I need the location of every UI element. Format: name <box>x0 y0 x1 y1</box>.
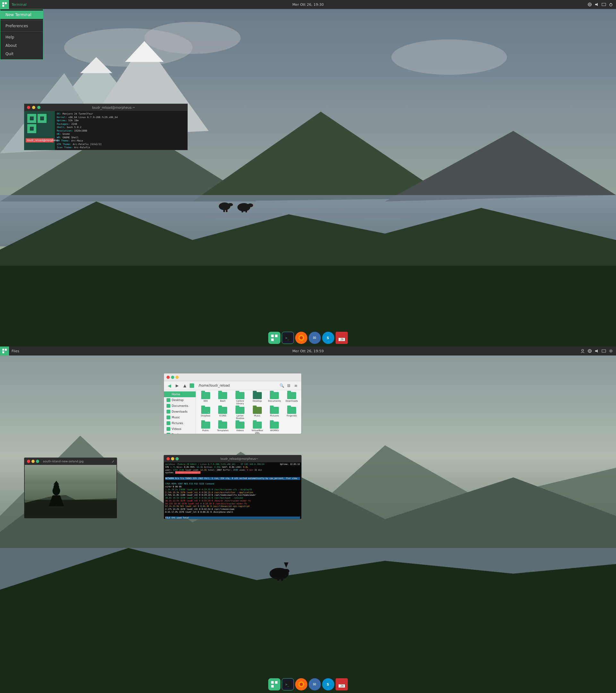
taskbar-bottom-left: Files <box>0 346 22 355</box>
svg-text:>_: >_ <box>285 336 290 340</box>
iv-min-btn[interactable] <box>32 460 35 463</box>
fm-file-public[interactable]: Public <box>197 421 214 434</box>
fm-file-videos[interactable]: Videos <box>232 421 248 434</box>
fm-sidebar-music[interactable]: Music <box>164 415 196 420</box>
svg-point-46 <box>300 336 303 339</box>
htop-max-btn[interactable] <box>176 457 179 460</box>
fm-body: Home Desktop Documents Downloads <box>164 390 301 434</box>
fm-file-vbox[interactable]: VirtualBoxVMs <box>249 421 266 434</box>
htop-body[interactable]: morpheus (Fedora 29 64bit / Linux 6.7.9-… <box>164 462 301 519</box>
fm-file-templates[interactable]: Templates <box>215 421 231 434</box>
taskbar-app-name-bottom[interactable]: Files <box>9 349 22 353</box>
dock-bottom-skype[interactable]: S <box>322 678 334 690</box>
terminal-close-btn[interactable] <box>27 106 30 109</box>
dock-bottom-thunderbird[interactable]: ✉ <box>309 678 321 690</box>
fm-sidebar-downloads[interactable]: Downloads <box>164 409 196 415</box>
fm-sidebar-videos[interactable]: Videos <box>164 426 196 432</box>
svg-text:26: 26 <box>340 338 344 341</box>
fm-sidebar-documents[interactable]: Documents <box>164 403 196 409</box>
dock-bottom-terminal[interactable]: >_ <box>282 678 294 690</box>
svg-rect-98 <box>338 683 345 684</box>
fm-file-fingendo[interactable]: Fingendo <box>283 406 300 420</box>
fm-search-btn[interactable]: 🔍 <box>279 383 284 389</box>
power-icon[interactable] <box>608 2 613 7</box>
iv-body <box>24 465 117 518</box>
fm-file-000[interactable]: 000 <box>197 391 214 405</box>
menu-about[interactable]: About <box>0 41 43 50</box>
svg-rect-26 <box>223 206 225 212</box>
fm-file-bash[interactable]: Bash <box>215 391 231 405</box>
iv-max-btn[interactable] <box>36 460 39 463</box>
sound-icon-bottom[interactable] <box>594 349 599 354</box>
terminal-content[interactable]: OS: Manjaro 24 TunnelFour Kernel: x86_64… <box>55 111 187 150</box>
fm-documents-icon <box>166 404 171 408</box>
top-desktop: Terminal Mer Ott 26, 19:30 New Terminal … <box>0 0 616 346</box>
taskbar-app-name[interactable]: Terminal <box>9 3 29 7</box>
manjaro-taskbar-icon[interactable] <box>0 0 9 9</box>
dock-firefox[interactable] <box>295 332 307 344</box>
dock-bottom-calendar[interactable]: 26 <box>336 678 348 690</box>
fm-sidebar-pictures[interactable]: Pictures <box>164 420 196 426</box>
fm-max-btn[interactable] <box>176 376 179 379</box>
menu-new-terminal[interactable]: New Terminal <box>0 11 43 19</box>
fm-file-downloads[interactable]: Downloads <box>283 391 300 405</box>
htop-min-btn[interactable] <box>171 457 174 460</box>
fm-close-btn[interactable] <box>166 376 170 379</box>
fm-grid-btn[interactable]: ⊞ <box>286 383 292 389</box>
fm-back-btn[interactable]: ◀ <box>166 383 172 389</box>
taskbar-bottom: Files Mer Ott 26, 19:59 <box>0 346 616 355</box>
desktop-background-bottom: ◀ ▶ ▲ /home/loudr_reload 🔍 ⊞ ≡ Home <box>0 355 616 693</box>
svg-rect-86 <box>275 681 278 684</box>
svg-rect-40 <box>271 335 274 337</box>
fm-file-calibre[interactable]: CalibreLibrary <box>232 391 248 405</box>
fm-sidebar-trash[interactable]: Trash <box>164 432 196 434</box>
fm-sidebar-home[interactable]: Home <box>164 391 196 397</box>
dock-calendar[interactable]: 26 <box>336 332 348 344</box>
fm-up-btn[interactable]: ▲ <box>182 383 188 389</box>
dock-bottom-firefox[interactable] <box>295 678 307 690</box>
dock-manjaro[interactable] <box>268 332 280 344</box>
svg-rect-53 <box>338 336 345 338</box>
fm-sidebar: Home Desktop Documents Downloads <box>164 390 196 434</box>
fm-file-dropbox[interactable]: ✓Dropbox <box>197 406 214 420</box>
dock-terminal[interactable]: >_ <box>282 332 294 344</box>
fm-min-btn[interactable] <box>171 376 174 379</box>
fm-file-works[interactable]: WORKS <box>266 421 283 434</box>
fm-forward-btn[interactable]: ▶ <box>174 383 180 389</box>
fm-file-music[interactable]: Music <box>249 406 266 420</box>
terminal-body: loudr_reload@morpheus OS: Manjaro 24 Tun… <box>24 111 187 150</box>
menu-help[interactable]: Help <box>0 33 43 41</box>
dock-bottom-manjaro[interactable] <box>268 678 280 690</box>
bottom-desktop: Files Mer Ott 26, 19:59 <box>0 346 616 693</box>
window-icon[interactable] <box>601 2 607 7</box>
dock-thunderbird[interactable]: ✉ <box>309 332 321 344</box>
htop-title: loudr_reload@morpheus~ <box>220 457 258 460</box>
window-icon-bottom[interactable] <box>601 349 607 354</box>
fm-file-documents[interactable]: Documents <box>266 391 283 405</box>
htop-close-btn[interactable] <box>166 457 170 460</box>
fm-sidebar-desktop[interactable]: Desktop <box>164 397 196 403</box>
settings-icon-bottom[interactable] <box>608 349 613 354</box>
dock-bottom: >_ ✉ S 26 <box>268 678 348 690</box>
terminal-min-btn[interactable] <box>32 106 35 109</box>
fm-file-pictures[interactable]: Pictures <box>266 406 283 420</box>
fm-file-desktop[interactable]: Desktop <box>249 391 266 405</box>
iv-expand-btn[interactable]: ⤢ <box>112 460 114 463</box>
svg-point-83 <box>54 484 59 490</box>
iv-close-btn[interactable] <box>27 460 30 463</box>
manjaro-taskbar-icon-bottom[interactable] <box>0 346 9 355</box>
svg-rect-87 <box>271 685 274 688</box>
fm-file-larion[interactable]: LarionStudios <box>232 406 248 420</box>
fm-file-icons[interactable]: ICONS <box>215 406 231 420</box>
svg-text:26: 26 <box>340 685 344 688</box>
menu-preferences[interactable]: Preferences <box>0 22 43 30</box>
fm-downloads-icon <box>166 410 171 414</box>
terminal-window: loudr_reload@morpheus:~ loudr_reload@mor… <box>24 104 188 150</box>
dock-skype[interactable]: S <box>322 332 334 344</box>
svg-point-12 <box>144 22 241 54</box>
sound-icon[interactable] <box>594 2 599 7</box>
user-icon[interactable] <box>580 349 585 354</box>
terminal-max-btn[interactable] <box>37 106 40 109</box>
menu-quit[interactable]: Quit <box>0 50 43 58</box>
fm-menu-btn[interactable]: ≡ <box>293 383 299 389</box>
